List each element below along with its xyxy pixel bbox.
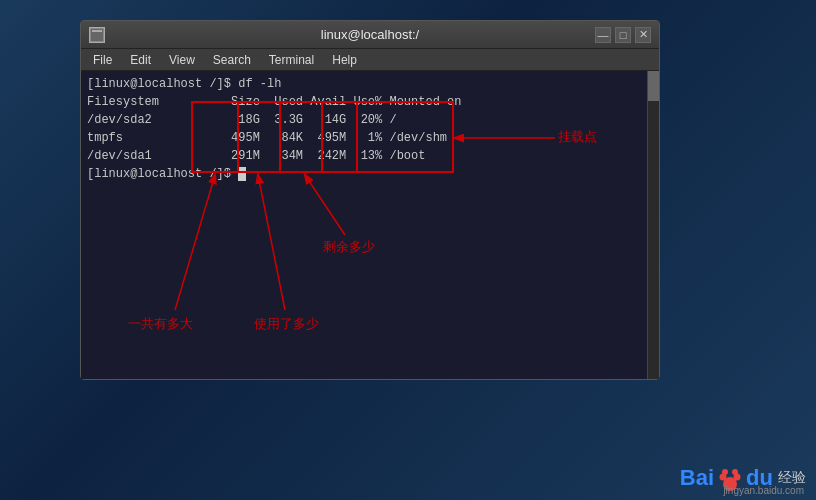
menu-bar: File Edit View Search Terminal Help xyxy=(81,49,659,71)
menu-help[interactable]: Help xyxy=(324,51,365,69)
label-mount: 挂载点 xyxy=(558,128,597,146)
label-used: 使用了多少 xyxy=(254,315,319,333)
terminal-line-5: /dev/sda1 291M 34M 242M 13% /boot xyxy=(87,147,653,165)
window-title: linux@localhost:/ xyxy=(321,27,419,42)
svg-point-15 xyxy=(722,469,728,475)
terminal-line-6: [linux@localhost /]$ xyxy=(87,165,653,183)
svg-rect-1 xyxy=(92,30,102,32)
terminal-scrollbar[interactable] xyxy=(647,71,659,379)
menu-edit[interactable]: Edit xyxy=(122,51,159,69)
menu-file[interactable]: File xyxy=(85,51,120,69)
menu-terminal[interactable]: Terminal xyxy=(261,51,322,69)
menu-search[interactable]: Search xyxy=(205,51,259,69)
label-avail: 剩余多少 xyxy=(323,238,375,256)
scrollbar-thumb[interactable] xyxy=(648,71,659,101)
minimize-button[interactable]: — xyxy=(595,27,611,43)
close-button[interactable]: ✕ xyxy=(635,27,651,43)
terminal-line-3: /dev/sda2 18G 3.3G 14G 20% / xyxy=(87,111,653,129)
terminal-line-2: Filesystem Size Used Avail Use% Mounted … xyxy=(87,93,653,111)
menu-view[interactable]: View xyxy=(161,51,203,69)
terminal-line-1: [linux@localhost /]$ df -lh xyxy=(87,75,653,93)
window-controls: — □ ✕ xyxy=(595,27,651,43)
title-bar: linux@localhost:/ — □ ✕ xyxy=(81,21,659,49)
website-url: jingyan.baidu.com xyxy=(723,485,804,496)
window-icon xyxy=(89,27,105,43)
label-total: 一共有多大 xyxy=(128,315,193,333)
maximize-button[interactable]: □ xyxy=(615,27,631,43)
svg-point-16 xyxy=(732,469,738,475)
